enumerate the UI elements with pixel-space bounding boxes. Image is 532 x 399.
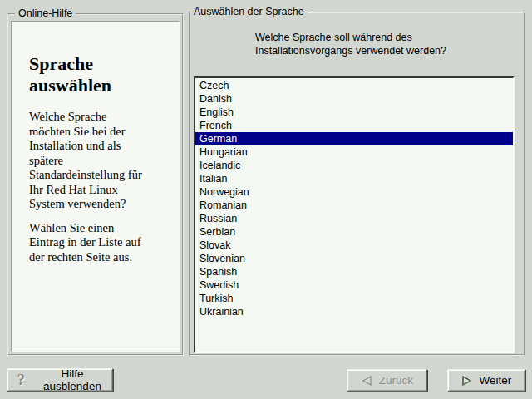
next-arrow-icon: [461, 375, 473, 387]
language-option[interactable]: Czech: [195, 79, 513, 92]
back-label: Zurück: [379, 374, 413, 387]
back-arrow-icon: [361, 375, 372, 387]
language-option[interactable]: Swedish: [195, 278, 513, 292]
language-option[interactable]: Slovenian: [195, 252, 513, 265]
help-frame-label: Online-Hilfe: [15, 7, 76, 20]
next-button[interactable]: Weiter: [447, 369, 525, 392]
language-option[interactable]: Norwegian: [195, 185, 513, 199]
language-option[interactable]: Hungarian: [195, 145, 513, 159]
language-option[interactable]: Serbian: [195, 225, 513, 239]
language-selection-panel: Auswählen der Sprache Welche Sprache sol…: [189, 12, 525, 356]
back-button[interactable]: Zurück: [347, 369, 427, 392]
language-option[interactable]: Slovak: [195, 239, 513, 252]
help-content-area: Sprache auswählen Welche Sprache möchten…: [11, 21, 180, 352]
language-option[interactable]: Ukrainian: [195, 305, 513, 318]
language-frame-label: Auswählen der Sprache: [190, 6, 308, 18]
language-option[interactable]: Russian: [195, 212, 513, 225]
language-option[interactable]: Danish: [195, 92, 513, 106]
hide-help-label: Hilfe ausblenden: [32, 367, 112, 392]
language-option[interactable]: English: [195, 106, 513, 119]
language-option[interactable]: Icelandic: [195, 159, 513, 172]
language-option[interactable]: Romanian: [195, 199, 513, 212]
language-option[interactable]: French: [195, 119, 513, 132]
language-option-selected[interactable]: German: [195, 132, 513, 145]
language-option[interactable]: Turkish: [195, 292, 513, 305]
language-option[interactable]: Spanish: [195, 265, 513, 278]
help-question-mark-icon: ?: [17, 372, 25, 389]
question-text: Welche Sprache soll während des Installa…: [255, 31, 446, 57]
next-label: Weiter: [480, 374, 512, 387]
language-option[interactable]: Italian: [195, 172, 513, 185]
help-title: Sprache auswählen: [29, 53, 172, 96]
help-paragraph-2: Wählen Sie einen Eintrag in der Liste au…: [29, 221, 174, 265]
language-list: Czech Danish English French German Hunga…: [194, 76, 515, 353]
hide-help-button[interactable]: ? Hilfe ausblenden: [7, 368, 113, 392]
online-help-panel: Online-Hilfe Sprache auswählen Welche Sp…: [7, 13, 184, 356]
help-paragraph-1: Welche Sprache möchten Sie bei der Insta…: [29, 110, 174, 212]
